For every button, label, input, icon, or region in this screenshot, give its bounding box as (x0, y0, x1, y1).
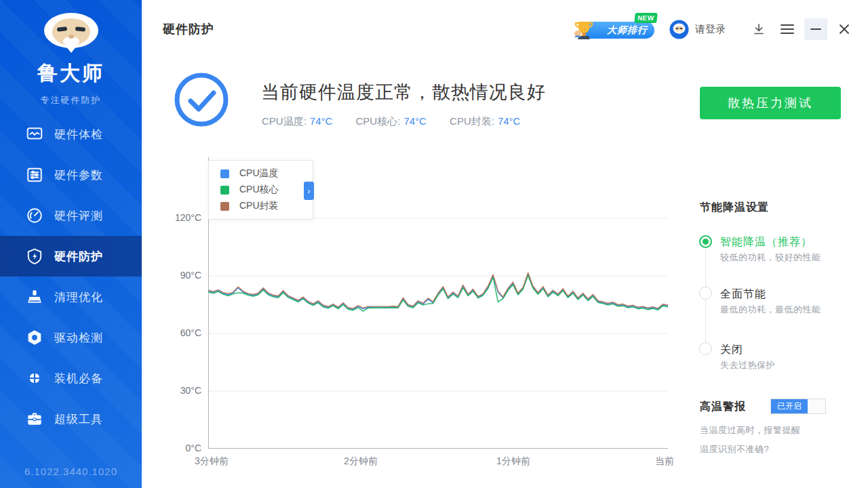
option-off-label: 关闭 (720, 343, 743, 357)
sliders-icon (26, 166, 43, 184)
gauge-icon (26, 207, 43, 224)
status-ok-icon (174, 73, 229, 127)
sidebar-item-hardware-checkup[interactable]: 硬件体检 (0, 114, 142, 155)
sidebar-item-label: 清理优化 (54, 289, 103, 305)
x-tick-3min: 3分钟前 (195, 455, 229, 468)
titlebar-controls: 大师排行 NEW 请登录 (572, 16, 856, 42)
sidebar-item-super-tools[interactable]: 超级工具 (0, 399, 142, 439)
option-smart-cooling-desc: 较低的功耗，较好的性能 (720, 251, 821, 264)
close-icon (839, 24, 850, 35)
status-headline: 当前硬件温度正常，散热情况良好 (261, 80, 546, 104)
alarm-description: 当温度过高时，报警提醒 (700, 424, 801, 436)
legend-expand-button[interactable]: › (304, 182, 314, 200)
minimize-button[interactable] (804, 18, 827, 40)
app-slogan: 专注硬件防护 (0, 94, 142, 106)
close-button[interactable] (833, 18, 856, 40)
radio-off[interactable] (699, 342, 712, 355)
sidebar-item-label: 硬件体检 (54, 127, 103, 142)
cooling-settings-title: 节能降温设置 (700, 201, 769, 215)
download-icon (752, 22, 766, 36)
y-tick-60: 60°C (166, 327, 201, 338)
sidebar-item-label: 超级工具 (54, 411, 103, 427)
x-tick-2min: 2分钟前 (344, 455, 378, 468)
master-ranking-button[interactable]: 大师排行 NEW (572, 16, 654, 42)
radio-smart-cooling[interactable] (699, 235, 712, 248)
ludashi-mascot-icon (41, 12, 101, 54)
metric-cpu-temp: CPU温度:74°C (262, 115, 332, 128)
option-smart-cooling-label: 智能降温（推荐） (720, 235, 812, 249)
y-tick-30: 30°C (166, 385, 201, 396)
chart-legend: CPU温度 CPU核心 CPU封装 › (208, 160, 313, 220)
sidebar-item-clean-optimize[interactable]: 清理优化 (0, 277, 142, 317)
x-tick-now: 当前 (655, 455, 674, 468)
sidebar-item-label: 硬件防护 (54, 249, 103, 264)
legend-swatch-blue (220, 169, 229, 178)
legend-swatch-green (220, 186, 229, 195)
app-window: 鲁大师 专注硬件防护 硬件体检 硬件参数 硬件评测 (0, 0, 868, 488)
page-title: 硬件防护 (163, 21, 214, 37)
nut-icon (26, 329, 43, 346)
alarm-toggle-knob (808, 399, 825, 413)
petals-icon (26, 369, 43, 387)
option-full-powersave-label: 全面节能 (720, 287, 766, 302)
sidebar-item-essential-software[interactable]: 装机必备 (0, 358, 142, 399)
legend-swatch-brown (220, 202, 229, 211)
alarm-toggle-state: 已开启 (771, 399, 808, 413)
sidebar-item-label: 装机必备 (54, 371, 103, 386)
alarm-toggle[interactable]: 已开启 (770, 399, 826, 414)
sidebar: 鲁大师 专注硬件防护 硬件体检 硬件参数 硬件评测 (0, 0, 142, 488)
trophy-icon (572, 18, 596, 42)
y-tick-0: 0°C (166, 443, 201, 453)
sidebar-item-driver-detect[interactable]: 驱动检测 (0, 317, 142, 358)
legend-item-cpu-package[interactable]: CPU封装 (209, 198, 313, 214)
sidebar-item-label: 硬件评测 (54, 208, 103, 224)
app-version: 6.1022.3440.1020 (0, 466, 142, 477)
y-tick-120: 120°C (166, 212, 201, 223)
sidebar-item-hardware-params[interactable]: 硬件参数 (0, 155, 142, 195)
app-logo: 鲁大师 专注硬件防护 (0, 12, 142, 106)
new-badge: NEW (634, 13, 657, 23)
shield-bolt-icon (26, 247, 43, 265)
high-temp-alarm-title: 高温警报 (700, 400, 746, 414)
option-off-desc: 失去过热保护 (720, 359, 775, 371)
master-ranking-label: 大师排行 (607, 24, 648, 37)
sidebar-item-label: 驱动检测 (54, 330, 103, 346)
sidebar-item-label: 硬件参数 (54, 167, 103, 183)
broom-icon (26, 288, 43, 306)
legend-item-cpu-core[interactable]: CPU核心 (209, 182, 313, 198)
temp-accuracy-link[interactable]: 温度识别不准确? (700, 443, 769, 455)
sidebar-menu: 硬件体检 硬件参数 硬件评测 硬件防护 (0, 114, 142, 439)
option-full-powersave-desc: 最低的功耗，最低的性能 (720, 304, 821, 316)
sidebar-item-hardware-protection[interactable]: 硬件防护 (0, 236, 142, 277)
x-tick-1min: 1分钟前 (496, 455, 530, 468)
download-button[interactable] (747, 18, 770, 40)
y-tick-90: 90°C (166, 270, 201, 281)
cooling-stress-test-button[interactable]: 散热压力测试 (700, 87, 841, 119)
radio-full-powersave[interactable] (699, 287, 712, 300)
toolbox-icon (26, 410, 43, 428)
legend-item-cpu-temp[interactable]: CPU温度 (209, 165, 313, 182)
main-menu-button[interactable] (776, 18, 799, 40)
minimize-icon (810, 28, 821, 30)
hamburger-menu-icon (781, 24, 794, 35)
login-button[interactable]: 请登录 (669, 20, 726, 39)
app-name: 鲁大师 (0, 60, 142, 87)
monitor-pulse-icon (26, 125, 43, 143)
login-label: 请登录 (695, 23, 726, 36)
sidebar-item-hardware-benchmark[interactable]: 硬件评测 (0, 195, 142, 236)
avatar-icon (669, 20, 689, 39)
metric-cpu-core: CPU核心:74°C (356, 115, 427, 128)
cpu-metrics: CPU温度:74°C CPU核心:74°C CPU封装:74°C (262, 115, 540, 128)
metric-cpu-package: CPU封装:74°C (450, 115, 520, 128)
